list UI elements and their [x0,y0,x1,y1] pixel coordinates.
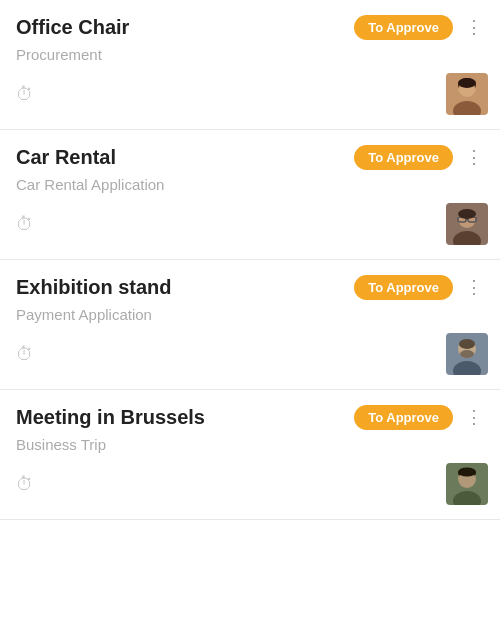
item-subtitle: Car Rental Application [16,176,488,193]
avatar [446,73,488,115]
svg-point-12 [458,209,476,219]
avatar [446,463,488,505]
item-bottom-row: ⏱ [16,463,488,505]
clock-icon: ⏱ [16,344,34,365]
item-bottom-row: ⏱ [16,203,488,245]
approval-list: Office Chair To Approve ⋮ Procurement ⏱ … [0,0,500,520]
approve-badge[interactable]: To Approve [354,405,453,430]
item-top-row: Exhibition stand To Approve ⋮ [16,274,488,300]
item-right: To Approve ⋮ [354,274,488,300]
svg-point-16 [460,350,474,358]
svg-point-17 [459,339,475,349]
item-top-row: Office Chair To Approve ⋮ [16,14,488,40]
svg-point-5 [458,78,476,88]
approve-badge[interactable]: To Approve [354,145,453,170]
menu-dots-icon[interactable]: ⋮ [461,404,488,430]
item-subtitle: Business Trip [16,436,488,453]
approve-badge[interactable]: To Approve [354,15,453,40]
item-right: To Approve ⋮ [354,144,488,170]
avatar [446,203,488,245]
item-subtitle: Payment Application [16,306,488,323]
item-top-row: Meeting in Brussels To Approve ⋮ [16,404,488,430]
clock-icon: ⏱ [16,214,34,235]
item-title: Exhibition stand [16,276,354,299]
menu-dots-icon[interactable]: ⋮ [461,14,488,40]
clock-icon: ⏱ [16,84,34,105]
menu-dots-icon[interactable]: ⋮ [461,144,488,170]
item-title: Office Chair [16,16,354,39]
list-item-item-3: Exhibition stand To Approve ⋮ Payment Ap… [0,260,500,390]
item-right: To Approve ⋮ [354,14,488,40]
menu-dots-icon[interactable]: ⋮ [461,274,488,300]
item-right: To Approve ⋮ [354,404,488,430]
item-title: Meeting in Brussels [16,406,354,429]
approve-badge[interactable]: To Approve [354,275,453,300]
avatar [446,333,488,375]
clock-icon: ⏱ [16,474,34,495]
list-item-item-4: Meeting in Brussels To Approve ⋮ Busines… [0,390,500,520]
svg-point-23 [458,468,476,477]
item-bottom-row: ⏱ [16,333,488,375]
item-subtitle: Procurement [16,46,488,63]
list-item-item-2: Car Rental To Approve ⋮ Car Rental Appli… [0,130,500,260]
item-bottom-row: ⏱ [16,73,488,115]
item-top-row: Car Rental To Approve ⋮ [16,144,488,170]
item-title: Car Rental [16,146,354,169]
list-item-item-1: Office Chair To Approve ⋮ Procurement ⏱ [0,0,500,130]
